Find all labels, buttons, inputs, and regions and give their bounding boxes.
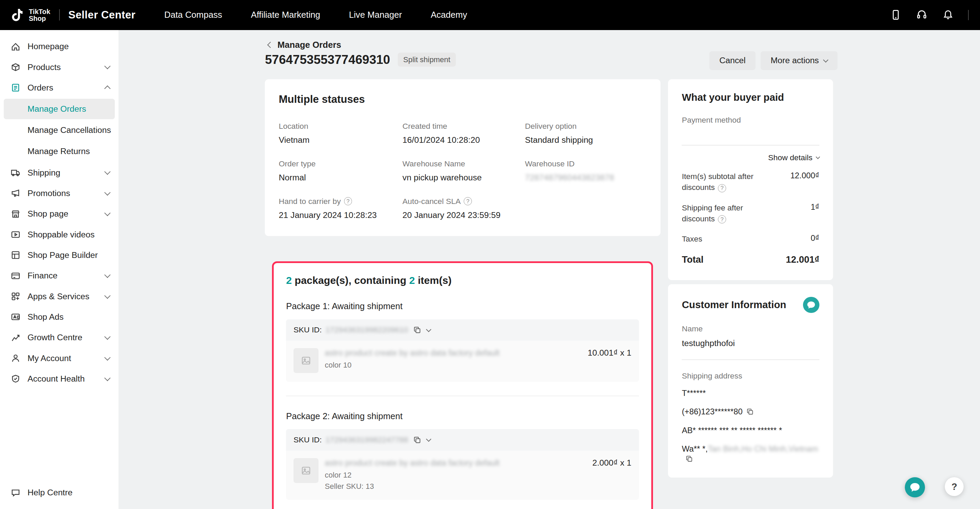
tiktok-shop-logo[interactable]: TikTok Shop: [11, 8, 50, 22]
field-delivery-option: Delivery option Standard shipping: [525, 122, 647, 145]
info-icon[interactable]: ?: [718, 215, 726, 223]
sidebar-item-my-account[interactable]: My Account: [0, 348, 119, 369]
sidebar-item-finance[interactable]: Finance: [0, 266, 119, 286]
sidebar-item-shipping[interactable]: Shipping: [0, 162, 119, 183]
video-icon: [11, 229, 21, 239]
sidebar-item-orders[interactable]: Orders: [0, 78, 119, 98]
sidebar-item-shop-ads[interactable]: Shop Ads: [0, 307, 119, 327]
packages-card: 2 package(s), containing 2 item(s) Packa…: [272, 261, 653, 509]
sidebar-item-manage-returns[interactable]: Manage Returns: [4, 141, 115, 162]
sidebar-item-label: My Account: [27, 353, 105, 363]
sidebar-item-label: Account Health: [27, 374, 105, 383]
package-1-product-row: astro product create by astro data facto…: [286, 340, 639, 382]
chevron-down-icon: [816, 155, 820, 159]
product-thumbnail: [294, 458, 318, 483]
sidebar-item-label: Finance: [27, 271, 105, 280]
sidebar-item-products[interactable]: Products: [0, 57, 119, 77]
breadcrumb-label: Manage Orders: [277, 40, 341, 50]
field-hand-to-carrier: Hand to carrier by? 21 January 2024 10:2…: [279, 197, 402, 220]
sidebar-item-manage-cancellations[interactable]: Manage Cancellations: [4, 120, 115, 140]
sidebar-item-shop-page-builder[interactable]: Shop Page Builder: [0, 245, 119, 266]
layout-icon: [11, 250, 21, 260]
shipping-fee-row: Shipping fee after discounts? 1₫: [682, 202, 819, 224]
app-root: TikTok Shop Seller Center Data Compass A…: [0, 0, 980, 509]
sidebar-item-manage-orders[interactable]: Manage Orders: [4, 99, 115, 119]
sidebar-item-help-centre[interactable]: Help Centre: [0, 482, 119, 503]
product-variant: color 12: [325, 471, 579, 480]
headset-support-icon[interactable]: [915, 9, 928, 22]
more-actions-button[interactable]: More actions: [760, 51, 837, 70]
payment-method-label: Payment method: [682, 116, 819, 125]
sidebar-item-apps-services[interactable]: Apps & Services: [0, 286, 119, 307]
sidebar-item-label: Shipping: [27, 168, 105, 178]
sidebar: Homepage Products Orders Manage Orders M…: [0, 30, 119, 509]
chevron-down-icon: [104, 63, 110, 69]
copy-icon[interactable]: [746, 408, 754, 415]
info-icon[interactable]: ?: [464, 197, 472, 205]
sku-id-label: SKU ID:: [294, 325, 322, 334]
chevron-down-icon: [104, 354, 110, 360]
customer-name: testughpthofoi: [682, 339, 819, 348]
person-icon: [11, 353, 21, 363]
total-row: Total 12.001₫: [682, 254, 819, 265]
sidebar-item-label: Homepage: [27, 42, 109, 51]
cancel-button[interactable]: Cancel: [710, 51, 756, 70]
nav-link-affiliate-marketing[interactable]: Affiliate Marketing: [251, 10, 320, 20]
packages-summary: 2 package(s), containing 2 item(s): [286, 275, 639, 286]
sidebar-item-promotions[interactable]: Promotions: [0, 183, 119, 204]
package-2-product-row: astro product create by astro data facto…: [286, 450, 639, 500]
chevron-down-icon[interactable]: [426, 326, 431, 332]
nav-link-academy[interactable]: Academy: [431, 10, 467, 20]
sidebar-item-label: Apps & Services: [27, 292, 105, 301]
field-auto-cancel-sla: Auto-cancel SLA? 20 January 2024 23:59:5…: [402, 197, 525, 220]
wallet-icon: [11, 271, 21, 281]
field-order-type: Order type Normal: [279, 159, 402, 183]
customer-info-title: Customer Information: [682, 299, 786, 310]
more-actions-label: More actions: [770, 56, 819, 65]
sidebar-item-label: Shop page: [27, 209, 105, 219]
sidebar-item-growth-centre[interactable]: Growth Centre: [0, 327, 119, 348]
chat-floating-button[interactable]: [905, 477, 925, 497]
notifications-bell-icon[interactable]: [942, 9, 955, 22]
sidebar-item-shop-page[interactable]: Shop page: [0, 204, 119, 224]
nav-divider: [59, 9, 60, 21]
growth-chart-icon: [11, 333, 21, 343]
chevron-down-icon: [104, 169, 110, 175]
store-icon: [11, 209, 21, 219]
breadcrumb-back[interactable]: Manage Orders: [268, 40, 341, 50]
nav-link-live-manager[interactable]: Live Manager: [349, 10, 402, 20]
package-2-sku-row[interactable]: SKU ID: 1729436319982247788: [286, 429, 639, 450]
sidebar-item-label: Growth Centre: [27, 333, 105, 342]
sidebar-item-label: Shoppable videos: [27, 230, 109, 239]
sidebar-item-homepage[interactable]: Homepage: [0, 36, 119, 57]
mobile-app-icon[interactable]: [889, 9, 902, 22]
taxes-row: Taxes 0₫: [682, 233, 819, 244]
info-icon[interactable]: ?: [718, 184, 726, 192]
chevron-up-icon: [104, 86, 110, 92]
nav-link-data-compass[interactable]: Data Compass: [164, 10, 222, 20]
sidebar-item-shoppable-videos[interactable]: Shoppable videos: [0, 224, 119, 245]
sidebar-item-label: Shop Ads: [27, 312, 109, 322]
copy-icon[interactable]: [413, 326, 421, 334]
chevron-down-icon[interactable]: [426, 437, 431, 442]
chevron-down-icon: [104, 272, 110, 278]
message-buyer-button[interactable]: [803, 297, 819, 313]
product-price: 2.000₫ x 1: [592, 458, 632, 491]
package-2-title: Package 2: Awaiting shipment: [286, 411, 639, 421]
help-chat-icon: [11, 488, 21, 498]
package-divider: [286, 396, 639, 396]
status-card-title: Multiple statuses: [279, 93, 647, 105]
product-variant: color 10: [325, 361, 574, 370]
sidebar-item-account-health[interactable]: Account Health: [0, 369, 119, 389]
package-1-sku-row[interactable]: SKU ID: 1729436319982209610: [286, 320, 639, 340]
product-name: astro product create by astro data facto…: [325, 348, 574, 358]
show-details-link[interactable]: Show details: [682, 153, 819, 162]
info-icon[interactable]: ?: [344, 197, 352, 205]
copy-icon[interactable]: [413, 436, 421, 444]
package-1-title: Package 1: Awaiting shipment: [286, 301, 639, 311]
top-navbar: TikTok Shop Seller Center Data Compass A…: [0, 0, 980, 30]
copy-icon[interactable]: [686, 455, 693, 463]
address-line-detail: Wa** *,Tan Binh,Ho Chi Minh,Vietnam: [682, 443, 819, 462]
shipping-address-label: Shipping address: [682, 371, 819, 380]
field-warehouse-name: Warehouse Name vn pickup warehouse: [402, 159, 525, 183]
